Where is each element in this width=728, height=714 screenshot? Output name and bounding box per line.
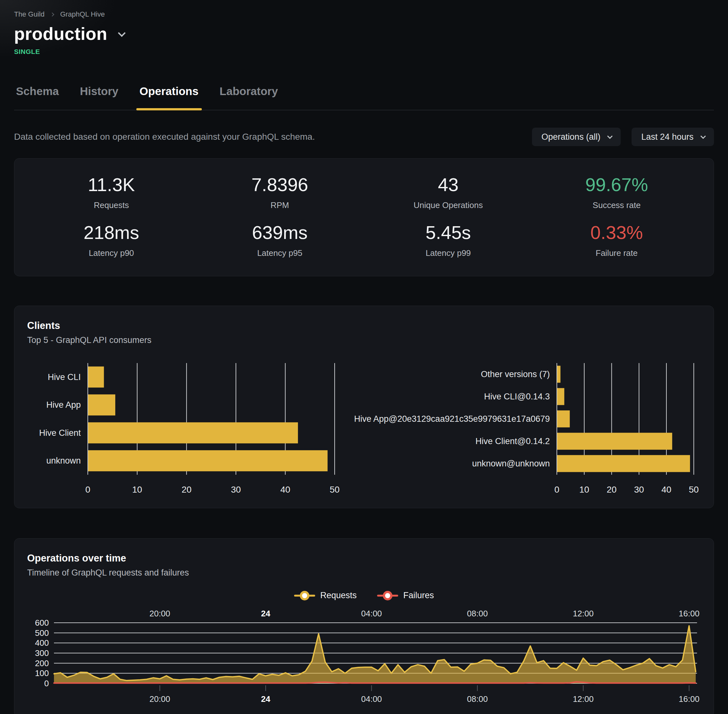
x-tick-label: 20 — [182, 484, 192, 495]
chevron-down-icon[interactable] — [118, 29, 125, 37]
x-tick-label-bottom: 08:00 — [467, 694, 488, 704]
stat-failure-rate: 0.33% Failure rate — [532, 222, 701, 258]
operations-filter-dropdown[interactable]: Operations (all) — [532, 128, 621, 146]
bar — [557, 433, 672, 450]
timeline-legend: Requests Failures — [27, 591, 701, 600]
tab-bar: Schema History Operations Laboratory — [14, 85, 714, 110]
x-tick-label: 40 — [280, 484, 290, 495]
page: The Guild GraphQL Hive production SINGLE… — [0, 0, 728, 714]
bar — [557, 455, 690, 472]
requests-legend-swatch-icon — [294, 591, 315, 600]
target-type-badge: SINGLE — [14, 48, 714, 56]
x-tick-label: 0 — [85, 484, 90, 495]
category-label: Other versions (7) — [481, 369, 550, 379]
tab-schema[interactable]: Schema — [14, 85, 61, 110]
clients-charts-row: Hive CLIHive AppHive Clientunknown010203… — [27, 361, 701, 498]
breadcrumb: The Guild GraphQL Hive — [14, 0, 714, 18]
legend-label: Failures — [403, 591, 434, 600]
tab-history[interactable]: History — [78, 85, 120, 110]
chevron-down-icon — [607, 134, 613, 139]
stat-label: Latency p99 — [364, 248, 532, 258]
legend-item-failures[interactable]: Failures — [377, 591, 434, 600]
x-tick-label: 20 — [607, 484, 617, 495]
x-tick-label: 50 — [329, 484, 339, 495]
x-tick-label: 40 — [662, 484, 671, 495]
legend-label: Requests — [320, 591, 356, 600]
stat-label: Latency p95 — [196, 248, 364, 258]
stat-label: Latency p90 — [27, 248, 196, 258]
stat-success-rate: 99.67% Success rate — [532, 174, 701, 210]
clients-card-title: Clients — [27, 320, 701, 332]
legend-item-requests[interactable]: Requests — [294, 591, 356, 600]
page-title: production — [14, 24, 107, 44]
category-label: Hive App — [46, 400, 81, 410]
category-label: Hive CLI — [48, 372, 81, 382]
stat-value: 218ms — [27, 222, 196, 243]
clients-card: Clients Top 5 - GraphQL API consumers Hi… — [14, 306, 714, 508]
operations-timeline-chart: 010020030040050060020:0020:00242404:0004… — [27, 609, 701, 704]
stat-label: Failure rate — [532, 248, 701, 258]
stats-card: 11.3K Requests 7.8396 RPM 43 Unique Oper… — [14, 158, 714, 276]
stat-value: 7.8396 — [196, 174, 364, 195]
category-label: unknown — [46, 456, 81, 465]
stat-value: 639ms — [196, 222, 364, 243]
time-range-dropdown[interactable]: Last 24 hours — [632, 128, 714, 146]
x-tick-label-bottom: 16:00 — [679, 694, 699, 704]
stat-label: RPM — [196, 200, 364, 210]
failures-legend-swatch-icon — [377, 591, 398, 600]
x-tick-label-bottom: 04:00 — [361, 694, 382, 704]
bar — [88, 394, 115, 416]
tab-laboratory[interactable]: Laboratory — [218, 85, 280, 110]
stat-value: 0.33% — [532, 222, 701, 243]
clients-by-version-chart: Other versions (7)Hive CLI@0.14.3Hive Ap… — [346, 361, 701, 498]
x-tick-label-top: 16:00 — [679, 609, 699, 618]
x-tick-label-top: 04:00 — [361, 609, 382, 618]
category-label: unknown@unknown — [472, 459, 550, 468]
y-tick-label: 600 — [35, 618, 49, 627]
page-description: Data collected based on operation execut… — [14, 132, 315, 142]
x-tick-label-bottom: 12:00 — [573, 694, 594, 704]
timeline-card-title: Operations over time — [27, 553, 701, 564]
breadcrumb-org[interactable]: The Guild — [14, 10, 44, 18]
category-label: Hive CLI@0.14.3 — [484, 392, 550, 401]
y-tick-label: 200 — [35, 658, 49, 668]
filters: Operations (all) Last 24 hours — [532, 128, 714, 146]
x-tick-label: 30 — [231, 484, 241, 495]
bar — [88, 450, 328, 471]
x-tick-label: 50 — [689, 484, 699, 495]
bar — [557, 388, 564, 405]
tab-operations[interactable]: Operations — [138, 85, 200, 110]
bar — [88, 367, 104, 388]
x-tick-label: 0 — [554, 484, 560, 495]
bar — [557, 410, 570, 427]
category-label: Hive App@20e3129caa921c35e9979631e17a067… — [354, 414, 550, 424]
stat-latency-p99: 5.45s Latency p99 — [364, 222, 532, 258]
stat-rpm: 7.8396 RPM — [196, 174, 364, 210]
requests-area — [54, 626, 696, 684]
x-tick-label: 30 — [634, 484, 644, 495]
x-tick-label-top: 24 — [261, 609, 271, 618]
operations-over-time-card: Operations over time Timeline of GraphQL… — [14, 538, 714, 714]
clients-card-subtitle: Top 5 - GraphQL API consumers — [27, 335, 701, 345]
y-tick-label: 500 — [35, 628, 49, 638]
breadcrumb-project[interactable]: GraphQL Hive — [60, 10, 105, 18]
x-tick-label: 10 — [579, 484, 589, 495]
toolbar: Data collected based on operation execut… — [14, 128, 714, 146]
time-range-label: Last 24 hours — [641, 132, 693, 142]
x-tick-label-top: 20:00 — [149, 609, 170, 618]
clients-by-name-chart: Hive CLIHive AppHive Clientunknown010203… — [27, 361, 346, 498]
chevron-down-icon — [701, 134, 706, 139]
x-tick-label-bottom: 20:00 — [149, 694, 170, 704]
stat-label: Success rate — [532, 200, 701, 210]
bar — [557, 366, 560, 382]
timeline-chart-wrap: 010020030040050060020:0020:00242404:0004… — [27, 609, 701, 704]
category-label: Hive Client@0.14.2 — [475, 436, 550, 446]
operations-filter-label: Operations (all) — [541, 132, 600, 142]
stat-value: 43 — [364, 174, 532, 195]
stat-requests: 11.3K Requests — [27, 174, 196, 210]
stat-value: 11.3K — [27, 174, 196, 195]
stat-latency-p90: 218ms Latency p90 — [27, 222, 196, 258]
y-tick-label: 300 — [35, 648, 49, 658]
stat-latency-p95: 639ms Latency p95 — [196, 222, 364, 258]
y-tick-label: 100 — [35, 668, 49, 678]
